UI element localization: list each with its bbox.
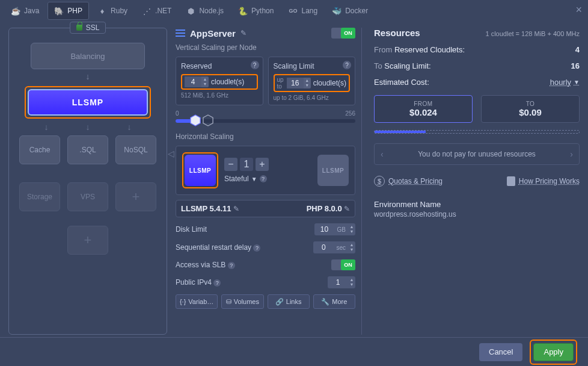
vps-node[interactable]: VPS xyxy=(67,182,108,211)
increment-button[interactable]: + xyxy=(256,158,269,171)
cost-to-title: TO xyxy=(482,101,579,107)
chevron-down-icon: ▼ xyxy=(574,79,580,85)
help-icon[interactable]: ? xyxy=(228,262,235,269)
reserved-input[interactable] xyxy=(185,76,201,87)
limit-sub-prefix: up to xyxy=(274,95,287,101)
nosql-node[interactable]: NoSQL xyxy=(115,135,156,164)
disk-limit-stepper[interactable]: GB▲▼ xyxy=(314,223,355,235)
help-icon[interactable]: ? xyxy=(260,175,267,182)
tab-go-label: Lang xyxy=(301,7,317,15)
slb-label: Access via SLB xyxy=(176,261,225,269)
stepper-down-icon[interactable]: ▼ xyxy=(348,282,355,287)
storage-label: Storage xyxy=(27,193,52,201)
slider-handle-limit[interactable] xyxy=(203,114,213,126)
tab-node[interactable]: ⬢Node.js xyxy=(180,2,230,19)
help-icon[interactable]: ? xyxy=(343,61,351,69)
links-label: Links xyxy=(286,298,302,305)
balancing-node[interactable]: Balancing xyxy=(31,43,145,69)
apply-button[interactable]: Apply xyxy=(533,343,574,361)
arrow-down-icon: ↓ xyxy=(44,122,49,132)
carousel-next-icon[interactable]: › xyxy=(570,149,573,159)
stepper-up-icon[interactable]: ▲ xyxy=(348,278,355,282)
restart-delay-input[interactable] xyxy=(313,241,334,253)
add-node[interactable]: + xyxy=(115,182,156,211)
ssl-badge[interactable]: SSL xyxy=(70,22,106,34)
cancel-button[interactable]: Cancel xyxy=(479,343,522,361)
restart-delay-stepper[interactable]: sec▲▼ xyxy=(313,241,355,253)
slider-handle-reserved[interactable] xyxy=(190,114,201,126)
variables-button[interactable]: {·}Variab… xyxy=(176,294,218,309)
edit-icon[interactable]: ✎ xyxy=(240,29,247,37)
stack-version: LLSMP 5.4.11 xyxy=(181,204,231,213)
tab-ruby[interactable]: ♦Ruby xyxy=(91,2,133,19)
tab-python[interactable]: 🐍Python xyxy=(232,2,280,19)
python-icon: 🐍 xyxy=(238,6,248,16)
disk-unit: GB xyxy=(335,226,348,233)
cloudlet-slider[interactable]: 0256 xyxy=(176,110,355,123)
stepper-up-icon[interactable]: ▲ xyxy=(348,243,355,247)
appserver-node[interactable]: LLSMP xyxy=(28,89,148,116)
stepper-down-icon[interactable]: ▼ xyxy=(201,82,209,87)
help-icon[interactable]: ? xyxy=(253,244,260,252)
period-dropdown[interactable]: hourly▼ xyxy=(550,78,580,87)
resources-panel: Resources 1 cloudlet = 128 MiB + 400 MHz… xyxy=(370,28,580,335)
sql-node[interactable]: .SQL xyxy=(67,135,108,164)
appserver-toggle[interactable]: ON xyxy=(331,28,355,39)
more-button[interactable]: 🔧More xyxy=(313,294,355,309)
stepper-down-icon[interactable]: ▼ xyxy=(348,229,355,234)
how-pricing-label: How Pricing Works xyxy=(519,177,580,185)
node-thumb-add[interactable]: LLSMP xyxy=(317,155,349,186)
tab-dotnet[interactable]: ⋰.NET xyxy=(136,2,177,19)
stepper-up-icon[interactable]: ▲ xyxy=(201,77,209,82)
engine-version: PHP 8.0.0 xyxy=(307,204,342,213)
storage-node[interactable]: Storage xyxy=(19,182,60,211)
more-label: More xyxy=(332,298,347,305)
edit-icon[interactable]: ✎ xyxy=(233,205,239,213)
add-layer[interactable]: + xyxy=(67,226,108,255)
stateful-label: Stateful xyxy=(224,175,249,183)
vertical-scaling-label: Vertical Scaling per Node xyxy=(176,43,355,52)
help-icon[interactable]: ? xyxy=(213,279,221,287)
cost-from-value: $0.024 xyxy=(375,107,472,117)
disk-limit-input[interactable] xyxy=(314,223,335,235)
stepper-up-icon[interactable]: ▲ xyxy=(304,78,311,83)
period-label: hourly xyxy=(550,78,571,87)
close-icon[interactable]: × xyxy=(575,4,582,16)
stepper-up-icon[interactable]: ▲ xyxy=(348,225,355,229)
how-pricing-link[interactable]: How Pricing Works xyxy=(507,176,580,187)
stateful-dropdown[interactable]: Stateful ▼ ? xyxy=(224,175,269,183)
decrement-button[interactable]: − xyxy=(224,158,237,171)
scaling-limit-label: Scaling Limit: xyxy=(384,61,430,70)
tab-go[interactable]: GOLang xyxy=(282,2,323,19)
help-icon[interactable]: ? xyxy=(251,61,259,69)
tab-php[interactable]: 🐘PHP xyxy=(47,2,89,20)
limit-input[interactable] xyxy=(287,78,304,88)
cancel-label: Cancel xyxy=(489,347,513,356)
carousel-prev-icon[interactable]: ‹ xyxy=(381,149,384,159)
tab-docker-label: Docker xyxy=(345,7,368,15)
restart-delay-label: Sequential restart delay xyxy=(176,243,251,252)
disk-limit-label: Disk Limit xyxy=(176,225,207,234)
reserved-stepper[interactable]: ▲▼ xyxy=(185,76,209,87)
environment-name-block: Environment Name wordpress.rosehosting.u… xyxy=(374,200,580,219)
stepper-down-icon[interactable]: ▼ xyxy=(304,83,311,88)
volumes-button[interactable]: ⛁Volumes xyxy=(221,294,263,309)
lock-icon xyxy=(76,25,82,31)
tab-docker[interactable]: 🐳Docker xyxy=(326,2,374,19)
slb-toggle[interactable]: ON xyxy=(331,259,355,270)
links-button[interactable]: 🔗Links xyxy=(268,294,310,309)
quotas-link[interactable]: $Quotas & Pricing xyxy=(374,176,443,187)
tab-dotnet-label: .NET xyxy=(155,7,171,15)
limit-stepper[interactable]: ▲▼ xyxy=(287,78,311,88)
edit-icon[interactable]: ✎ xyxy=(344,205,350,213)
stepper-down-icon[interactable]: ▼ xyxy=(348,247,355,252)
ipv4-stepper[interactable]: ▲▼ xyxy=(328,276,355,288)
braces-icon: {·} xyxy=(180,298,186,305)
node-thumb[interactable]: LLSMP xyxy=(185,155,216,186)
env-title: Environment Name xyxy=(374,200,580,209)
ipv4-input[interactable] xyxy=(328,276,348,288)
wrench-icon: 🔧 xyxy=(321,298,329,306)
cache-node[interactable]: Cache xyxy=(19,135,60,164)
tab-java[interactable]: ☕Java xyxy=(5,2,45,19)
menu-icon[interactable] xyxy=(176,29,185,37)
